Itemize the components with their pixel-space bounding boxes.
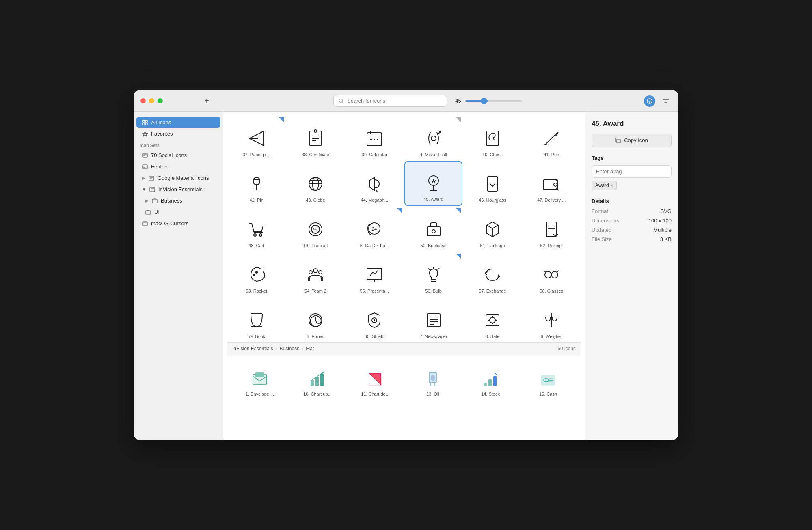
sidebar-item-invision[interactable]: ▼ InVision Essentials <box>136 184 220 195</box>
sidebar-item-google[interactable]: ▶ Google Material Icons <box>136 172 220 183</box>
icon-label-43: 43. Globe <box>306 198 325 203</box>
copy-icon-label: Copy Icon <box>624 137 648 143</box>
maximize-button[interactable] <box>158 98 163 103</box>
breadcrumb-invision[interactable]: InVision Essentials <box>232 346 273 351</box>
icon-cell-5[interactable]: 24 5. Call 24 ho... <box>346 207 404 251</box>
svg-rect-124 <box>255 372 264 377</box>
icon-cell-50[interactable]: 50. Briefcase <box>404 207 462 251</box>
icon-cell-44[interactable]: 44. Megaph... <box>346 161 404 206</box>
flat-icon-1[interactable]: 1. Envelope ... <box>231 359 288 400</box>
icon-label-44: 44. Megaph... <box>361 198 388 203</box>
filesize-label: File Size <box>592 236 612 242</box>
svg-line-68 <box>558 190 559 190</box>
icon-cell-55[interactable]: 55. Presenta... <box>346 252 404 297</box>
icon-cell-47[interactable]: 47. Delivery ... <box>523 161 581 206</box>
svg-rect-12 <box>143 153 147 157</box>
close-button[interactable] <box>140 98 146 103</box>
flat-icon-11[interactable]: 11. Chart do... <box>347 359 404 400</box>
icon-cell-60[interactable]: 60. Shield <box>346 297 404 342</box>
breadcrumb-business[interactable]: Business <box>280 346 300 351</box>
icon-cell-40[interactable]: 40. Chess <box>463 116 521 160</box>
sidebar-item-feather[interactable]: Feather <box>136 161 220 172</box>
search-input[interactable] <box>347 98 442 104</box>
icon-label-4: 4. Missed call <box>420 152 447 157</box>
svg-point-85 <box>253 274 255 276</box>
icon-cell-53[interactable]: 53. Rocket <box>227 252 285 297</box>
icon-cell-46[interactable]: 46. Hourglass <box>463 161 521 206</box>
svg-point-67 <box>554 183 557 186</box>
sidebar-item-ui[interactable]: UI <box>136 207 220 218</box>
svg-line-96 <box>438 268 439 270</box>
svg-point-77 <box>432 230 435 233</box>
icon-label-51: 51. Package <box>480 243 505 248</box>
copy-icon-button[interactable]: Copy Icon <box>592 134 672 147</box>
svg-rect-135 <box>488 379 492 386</box>
icon-cell-58[interactable]: 58. Glasses <box>523 252 581 297</box>
minimize-button[interactable] <box>149 98 154 103</box>
all-icons-label: All Icons <box>151 119 171 125</box>
svg-rect-25 <box>146 211 151 214</box>
icon-cell-39[interactable]: 39. Calendar <box>346 116 404 160</box>
detail-title: 45. Award <box>592 120 672 128</box>
breadcrumb-flat[interactable]: Flat <box>306 346 314 351</box>
icon-cell-56[interactable]: 56. Bulb <box>404 252 462 297</box>
icon-cell-48[interactable]: 48. Cart <box>227 207 285 251</box>
flat-icon-10[interactable]: 10. Chart up... <box>289 359 346 400</box>
icon-cell-37[interactable]: 37. Paper pl... <box>227 116 285 160</box>
icon-label-47: 47. Delivery ... <box>537 198 566 203</box>
info-button[interactable]: i <box>644 95 655 107</box>
icon-cell-57[interactable]: 57. Exchange <box>463 252 521 297</box>
svg-point-47 <box>431 136 436 141</box>
icon-cell-4[interactable]: 4. Missed call <box>404 116 462 160</box>
icon-cell-49[interactable]: % 49. Discount <box>286 207 344 251</box>
favorites-label: Favorites <box>151 131 173 137</box>
icon-cell-52[interactable]: 52. Receipt <box>523 207 581 251</box>
flat-icon-15[interactable]: 15. Cash <box>520 359 577 400</box>
svg-point-88 <box>309 271 312 274</box>
icon-cell-7[interactable]: 7. Newspaper <box>404 297 462 342</box>
flat-icon-label-1: 1. Envelope ... <box>246 392 274 396</box>
chevron-right-icon2: ▶ <box>145 198 149 203</box>
feather-label: Feather <box>151 164 169 170</box>
icon-cell-45[interactable]: 45. Award <box>404 161 462 206</box>
icon-cell-42[interactable]: 42. Pin <box>227 161 285 206</box>
sidebar-item-all-icons[interactable]: All Icons <box>136 117 220 128</box>
sidebar: All Icons Favorites Icon Sets 70 Social … <box>134 112 223 440</box>
icon-cell-41[interactable]: 41. Pen <box>523 116 581 160</box>
icon-label-8: 8. Safe <box>486 334 500 339</box>
filesize-row: File Size 3 KB <box>592 236 672 242</box>
svg-line-59 <box>376 190 378 192</box>
svg-rect-134 <box>484 383 487 386</box>
sidebar-item-macos[interactable]: macOS Cursors <box>136 218 220 229</box>
sidebar-item-social[interactable]: 70 Social Icons <box>136 150 220 161</box>
icon-label-42: 42. Pin <box>250 198 263 203</box>
section-header: InVision Essentials › Business › Flat 60… <box>227 342 581 355</box>
svg-point-89 <box>319 271 322 274</box>
icon-cell-54[interactable]: 54. Team 2 <box>286 252 344 297</box>
flat-icon-13[interactable]: 13. Oil <box>404 359 461 400</box>
svg-text:i: i <box>649 99 650 103</box>
flat-icon-14[interactable]: 14. Stock <box>462 359 519 400</box>
svg-line-1 <box>342 102 343 103</box>
icon-cell-43[interactable]: 43. Globe <box>286 161 344 206</box>
size-slider[interactable] <box>465 100 522 102</box>
icon-cell-9[interactable]: 9. Weigher <box>523 297 581 342</box>
tag-input[interactable] <box>592 165 672 178</box>
svg-line-51 <box>546 135 555 144</box>
svg-rect-109 <box>427 314 440 327</box>
icon-cell-8[interactable]: 8. Safe <box>463 297 521 342</box>
app-window: + 45 i <box>134 90 678 440</box>
svg-rect-15 <box>143 165 147 169</box>
add-button[interactable]: + <box>202 96 212 106</box>
icon-cell-38[interactable]: 38. Certificate <box>286 116 344 160</box>
tag-remove-button[interactable]: × <box>611 183 613 188</box>
icon-cell-6[interactable]: 6. E-mail <box>286 297 344 342</box>
sidebar-item-favorites[interactable]: Favorites <box>136 128 220 139</box>
svg-rect-8 <box>145 120 147 122</box>
filter-button[interactable] <box>660 95 672 107</box>
corner-badge-gray <box>456 117 461 122</box>
sidebar-item-business[interactable]: ▶ Business <box>136 195 220 206</box>
icon-cell-51[interactable]: 51. Package <box>463 207 521 251</box>
icon-cell-59[interactable]: 59. Book <box>227 297 285 342</box>
icon-label-57: 57. Exchange <box>479 289 506 293</box>
